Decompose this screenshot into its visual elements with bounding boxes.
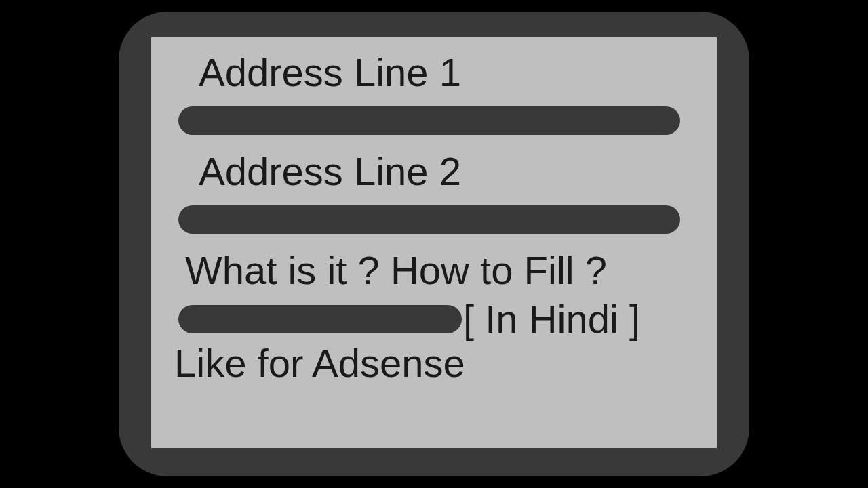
address-line-1-label: Address Line 1 — [199, 51, 699, 94]
in-hindi-text: [ In Hindi ] — [463, 300, 640, 339]
address-line-2-input[interactable] — [178, 205, 680, 234]
address-line-1-input[interactable] — [178, 106, 680, 135]
content-panel: Address Line 1 Address Line 2 What is it… — [151, 37, 717, 448]
thumbnail-card: Address Line 1 Address Line 2 What is it… — [119, 12, 749, 476]
question-text: What is it ? How to Fill ? — [185, 249, 699, 292]
address-line-2-label: Address Line 2 — [199, 150, 699, 193]
like-adsense-text: Like for Adsense — [174, 342, 699, 385]
decorative-bar — [178, 305, 462, 333]
split-row: [ In Hindi ] — [169, 300, 699, 339]
